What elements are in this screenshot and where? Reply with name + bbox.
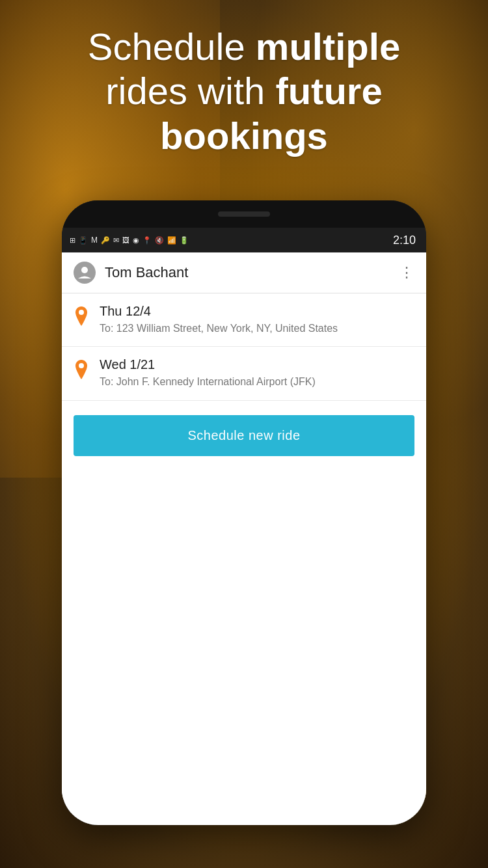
schedule-new-ride-button[interactable]: Schedule new ride — [74, 415, 414, 456]
status-icon-mute: 🔇 — [155, 236, 164, 245]
ride-dest-1: To: 123 William Street, New York, NY, Un… — [100, 321, 414, 336]
status-icon-photo: 🖼 — [122, 236, 129, 244]
phone-top-bar — [62, 200, 426, 228]
status-time: 2:10 — [393, 234, 416, 247]
user-avatar — [74, 262, 96, 284]
ride-list: Thu 12/4 To: 123 William Street, New Yor… — [62, 293, 426, 401]
status-icons-left: ⊞ 📱 M 🔑 ✉ 🖼 ◉ 📍 🔇 📶 🔋 — [70, 236, 189, 245]
ride-info-2: Wed 1/21 To: John F. Kennedy Internation… — [100, 357, 414, 389]
ride-pin-icon-2 — [74, 360, 89, 382]
ride-date-2: Wed 1/21 — [100, 357, 414, 372]
more-menu-icon[interactable]: ⋮ — [400, 264, 414, 281]
status-icon-battery: 🔋 — [180, 236, 189, 245]
status-icon-phone: 📱 — [79, 236, 88, 245]
status-icon-mail: ✉ — [113, 236, 119, 245]
phone-speaker — [218, 211, 270, 217]
ride-item-2[interactable]: Wed 1/21 To: John F. Kennedy Internation… — [62, 347, 426, 400]
status-bar: ⊞ 📱 M 🔑 ✉ 🖼 ◉ 📍 🔇 📶 🔋 2:10 — [62, 228, 426, 252]
status-icon-wifi: 📶 — [167, 236, 176, 245]
ride-pin-icon-1 — [74, 306, 89, 329]
status-icon-gmail: M — [91, 236, 98, 245]
ride-info-1: Thu 12/4 To: 123 William Street, New Yor… — [100, 304, 414, 336]
username-label: Tom Bachant — [105, 264, 393, 281]
status-icons-right: 2:10 — [393, 234, 418, 247]
ride-item-1[interactable]: Thu 12/4 To: 123 William Street, New Yor… — [62, 293, 426, 347]
ride-dest-2: To: John F. Kennedy International Airpor… — [100, 375, 414, 389]
status-icon-key: 🔑 — [101, 236, 110, 245]
status-icon-circle: ◉ — [133, 236, 139, 245]
hero-line3-bold: bookings — [160, 115, 328, 157]
hero-line1-bold: multiple — [256, 25, 400, 68]
phone-frame: ⊞ 📱 M 🔑 ✉ 🖼 ◉ 📍 🔇 📶 🔋 2:10 — [62, 200, 426, 825]
status-icon-add: ⊞ — [70, 236, 75, 245]
hero-line1: Schedule — [88, 25, 256, 68]
status-icon-location: 📍 — [142, 236, 152, 245]
app-content: Tom Bachant ⋮ Thu 12/4 To: 123 William — [62, 252, 426, 825]
app-main-panel: Tom Bachant ⋮ Thu 12/4 To: 123 William — [62, 252, 426, 825]
ride-date-1: Thu 12/4 — [100, 304, 414, 319]
svg-point-1 — [79, 310, 84, 315]
svg-point-2 — [79, 363, 84, 368]
hero-line2-bold: future — [275, 70, 382, 112]
hero-text-block: Schedule multiple rides with future book… — [0, 25, 488, 158]
hero-line2: rides with — [105, 70, 275, 112]
svg-point-0 — [81, 267, 88, 273]
app-header: Tom Bachant ⋮ — [62, 252, 426, 293]
